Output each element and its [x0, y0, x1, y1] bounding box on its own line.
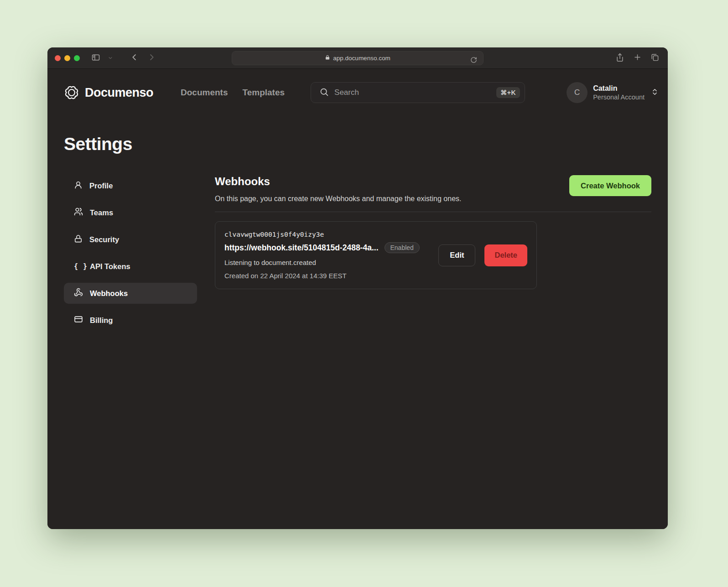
webhook-created: Created on 22 April 2024 at 14:39 EEST	[224, 272, 420, 280]
page-title: Settings	[64, 134, 651, 154]
brand-name: Documenso	[85, 86, 153, 100]
edit-webhook-button[interactable]: Edit	[438, 244, 475, 266]
app-header: Documenso Documents Templates ⌘+K C Cata…	[47, 69, 668, 116]
account-type: Personal Account	[593, 93, 645, 101]
webhook-url: https://webhook.site/5104815d-2488-4a...	[224, 243, 379, 253]
status-badge: Enabled	[385, 242, 420, 253]
browser-window: app.documenso.com	[47, 47, 668, 529]
lock-icon	[325, 55, 330, 62]
tab-overview-button[interactable]	[648, 51, 661, 65]
sidebar-item-webhooks[interactable]: Webhooks	[64, 283, 197, 304]
browser-toolbar: app.documenso.com	[47, 47, 668, 69]
sidebar-item-api-tokens[interactable]: { } API Tokens	[64, 256, 197, 277]
close-window-button[interactable]	[55, 55, 61, 61]
documenso-app: Documenso Documents Templates ⌘+K C Cata…	[47, 69, 668, 529]
sidebar-item-label: Profile	[89, 182, 113, 190]
create-webhook-button[interactable]: Create Webhook	[569, 175, 651, 196]
account-name: Catalin	[593, 84, 645, 93]
settings-sidebar: Profile Teams	[64, 175, 197, 331]
sidebar-item-teams[interactable]: Teams	[64, 202, 197, 223]
sidebar-item-label: Webhooks	[90, 289, 128, 298]
webhook-icon	[74, 288, 83, 299]
search-bar[interactable]: ⌘+K	[311, 82, 525, 103]
minimize-window-button[interactable]	[64, 55, 70, 61]
sidebar-menu-button[interactable]	[104, 51, 117, 65]
sidebar-icon	[91, 53, 100, 63]
address-bar[interactable]: app.documenso.com	[232, 51, 484, 65]
documenso-logo-icon	[64, 85, 79, 100]
user-icon	[74, 181, 83, 191]
plus-icon	[633, 53, 642, 63]
tabs-icon	[650, 53, 659, 63]
section-divider	[215, 212, 651, 212]
webhook-card: clvavwgtw0001js0f4y0izy3e https://webhoo…	[215, 221, 537, 289]
delete-webhook-button[interactable]: Delete	[484, 244, 527, 266]
search-icon	[319, 87, 329, 99]
section-description: On this page, you can create new Webhook…	[215, 195, 462, 203]
reload-button[interactable]	[467, 53, 480, 67]
braces-icon: { }	[74, 262, 83, 270]
chevron-right-icon	[147, 53, 156, 63]
back-button[interactable]	[127, 51, 141, 65]
settings-page: Settings Profile	[47, 116, 668, 529]
nav-templates[interactable]: Templates	[243, 88, 285, 98]
chevron-down-icon	[108, 55, 113, 62]
section-heading: Webhooks	[215, 175, 462, 188]
sidebar-item-label: Billing	[90, 316, 113, 325]
nav-documents[interactable]: Documents	[181, 88, 228, 98]
address-url: app.documenso.com	[333, 55, 390, 62]
credit-card-icon	[74, 315, 83, 326]
forward-button[interactable]	[145, 51, 158, 65]
chevron-left-icon	[130, 53, 139, 63]
chevrons-up-down-icon	[651, 88, 659, 98]
sidebar-item-label: Teams	[90, 208, 113, 217]
sidebar-item-billing[interactable]: Billing	[64, 310, 197, 331]
share-icon	[615, 53, 624, 63]
avatar: C	[567, 82, 588, 103]
webhook-actions: Edit Delete	[438, 244, 527, 266]
sidebar-item-label: Security	[89, 235, 119, 244]
top-nav: Documents Templates	[181, 88, 285, 98]
brand[interactable]: Documenso	[64, 85, 153, 100]
sidebar-item-security[interactable]: Security	[64, 229, 197, 250]
webhook-details: clvavwgtw0001js0f4y0izy3e https://webhoo…	[224, 231, 420, 280]
search-input[interactable]	[334, 88, 491, 97]
webhooks-section: Webhooks On this page, you can create ne…	[215, 175, 651, 331]
sidebar-item-label: API Tokens	[90, 262, 130, 271]
users-icon	[74, 207, 83, 218]
search-shortcut-badge: ⌘+K	[496, 87, 520, 98]
sidebar-toggle-button[interactable]	[89, 51, 103, 65]
share-button[interactable]	[613, 51, 627, 65]
webhook-listening: Listening to document.created	[224, 259, 420, 266]
sidebar-item-profile[interactable]: Profile	[64, 175, 197, 196]
webhook-id: clvavwgtw0001js0f4y0izy3e	[224, 231, 420, 238]
zoom-window-button[interactable]	[74, 55, 80, 61]
traffic-lights	[55, 55, 80, 61]
account-menu[interactable]: C Catalin Personal Account	[567, 82, 659, 103]
new-tab-button[interactable]	[630, 51, 644, 65]
lock-icon	[74, 234, 83, 245]
